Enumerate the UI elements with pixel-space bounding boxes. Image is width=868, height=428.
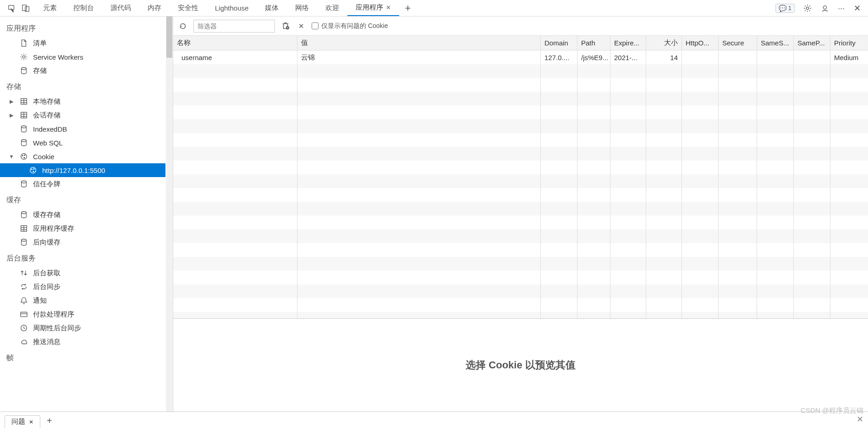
sidebar-item-notifications[interactable]: 通知 — [0, 294, 165, 307]
feedback-icon[interactable] — [820, 4, 830, 13]
clear-filter-icon[interactable] — [280, 21, 291, 31]
sidebar-item-periodic-sync[interactable]: 周期性后台同步 — [0, 321, 165, 335]
database-icon — [19, 179, 28, 189]
sidebar-item-back-forward-cache[interactable]: 后向缓存 — [0, 235, 165, 249]
cell-priority: Medium — [830, 54, 868, 61]
sidebar-item-storage[interactable]: 存储 — [0, 64, 165, 78]
sidebar-item-session-storage[interactable]: ▶会话存储 — [0, 108, 165, 122]
filter-input[interactable] — [193, 20, 275, 33]
sidebar-item-cache-storage[interactable]: 缓存存储 — [0, 208, 165, 222]
col-priority[interactable]: Priority — [830, 36, 868, 50]
col-size[interactable]: 大小 — [646, 36, 682, 50]
sidebar-item-manifest[interactable]: 清单 — [0, 36, 165, 50]
svg-point-4 — [823, 6, 826, 9]
tab-application[interactable]: 应用程序✕ — [347, 0, 399, 16]
sidebar-item-websql[interactable]: Web SQL — [0, 136, 165, 150]
topbar-right: 💬1 ⋯ ✕ — [775, 3, 865, 13]
scrollbar-thumb[interactable] — [166, 17, 172, 58]
tab-sources[interactable]: 源代码 — [102, 0, 139, 16]
table-row[interactable]: username 云锦 127.0.... /js%E9... 2021-...… — [173, 50, 868, 64]
drawer-bar: 问题✕ + — [0, 411, 868, 428]
svg-point-13 — [24, 155, 25, 156]
expand-icon[interactable]: ▶ — [8, 112, 15, 118]
gear-icon — [19, 52, 28, 61]
sidebar-scrollbar[interactable] — [166, 17, 173, 411]
svg-point-6 — [22, 67, 27, 70]
message-icon: 💬 — [779, 5, 786, 12]
col-value[interactable]: 值 — [297, 36, 541, 50]
svg-point-14 — [24, 157, 25, 158]
svg-point-18 — [33, 171, 34, 172]
col-httponly[interactable]: HttpO... — [682, 36, 719, 50]
col-path[interactable]: Path — [577, 36, 610, 50]
device-toggle-icon[interactable] — [21, 4, 30, 13]
add-tab-button[interactable]: + — [399, 2, 416, 14]
refresh-icon[interactable] — [178, 21, 188, 31]
workspace: 应用程序 清单 Service Workers 存储 存储 ▶本地存储 ▶会话存… — [0, 17, 868, 411]
svg-point-3 — [806, 7, 808, 9]
close-icon[interactable]: ✕ — [29, 419, 33, 425]
sidebar-item-service-workers[interactable]: Service Workers — [0, 50, 165, 64]
more-icon[interactable]: ⋯ — [838, 4, 846, 12]
section-frames: 帧 — [0, 349, 165, 366]
sync-icon — [19, 282, 28, 291]
svg-point-11 — [21, 154, 27, 160]
sidebar-item-push-messaging[interactable]: 推送消息 — [0, 335, 165, 349]
only-issues-checkbox[interactable]: 仅显示有问题的 Cookie — [312, 22, 388, 30]
inspect-icon[interactable] — [7, 4, 16, 13]
add-drawer-tab[interactable]: + — [42, 414, 57, 428]
updown-icon — [19, 268, 28, 278]
col-domain[interactable]: Domain — [541, 36, 577, 50]
row-stripes — [173, 50, 868, 318]
section-application: 应用程序 — [0, 19, 165, 36]
drawer-tab-issues[interactable]: 问题✕ — [5, 415, 40, 428]
svg-point-5 — [22, 56, 25, 58]
tab-welcome[interactable]: 欢迎 — [317, 0, 347, 16]
section-cache: 缓存 — [0, 191, 165, 208]
col-expires[interactable]: Expire... — [610, 36, 646, 50]
cookie-toolbar: ✕ 仅显示有问题的 Cookie — [173, 17, 868, 36]
cell-value: 云锦 — [297, 53, 541, 62]
clear-icon[interactable]: ✕ — [296, 21, 306, 31]
expand-icon[interactable]: ▶ — [8, 99, 15, 105]
col-secure[interactable]: Secure — [719, 36, 757, 50]
sidebar-item-indexeddb[interactable]: IndexedDB — [0, 122, 165, 136]
sidebar-item-cookie[interactable]: ▼Cookie — [0, 150, 165, 163]
tab-media[interactable]: 媒体 — [257, 0, 287, 16]
col-name[interactable]: 名称 — [173, 36, 297, 50]
col-sameparty[interactable]: SameP... — [794, 36, 830, 50]
close-icon[interactable]: ✕ — [386, 4, 391, 11]
cell-path: /js%E9... — [577, 54, 610, 61]
tab-network[interactable]: 网络 — [287, 0, 317, 16]
sidebar-item-trust-tokens[interactable]: 信任令牌 — [0, 177, 165, 191]
cell-domain: 127.0.... — [541, 54, 577, 61]
file-icon — [19, 39, 28, 48]
sidebar-item-background-sync[interactable]: 后台同步 — [0, 280, 165, 294]
svg-rect-23 — [21, 312, 27, 317]
database-icon — [19, 210, 28, 219]
cookie-preview: 选择 Cookie 以预览其值 — [173, 319, 868, 411]
tab-console[interactable]: 控制台 — [65, 0, 102, 16]
col-samesite[interactable]: SameS... — [757, 36, 794, 50]
collapse-icon[interactable]: ▼ — [8, 154, 15, 159]
svg-point-9 — [22, 126, 27, 128]
tab-security[interactable]: 安全性 — [170, 0, 207, 16]
svg-point-22 — [22, 239, 27, 241]
tab-memory[interactable]: 内存 — [139, 0, 170, 16]
sidebar-item-background-fetch[interactable]: 后台获取 — [0, 266, 165, 280]
tab-lighthouse[interactable]: Lighthouse — [207, 0, 257, 16]
grid-icon — [19, 111, 28, 120]
tab-elements[interactable]: 元素 — [35, 0, 65, 16]
sidebar-item-app-cache[interactable]: 应用程序缓存 — [0, 222, 165, 235]
table-body[interactable]: username 云锦 127.0.... /js%E9... 2021-...… — [173, 50, 868, 318]
watermark-close-icon: ✕ — [857, 414, 863, 424]
sidebar-item-payment-handler[interactable]: 付款处理程序 — [0, 307, 165, 321]
database-icon — [19, 138, 28, 147]
issues-badge[interactable]: 💬1 — [775, 4, 795, 13]
svg-point-16 — [31, 169, 32, 170]
gear-icon[interactable] — [803, 4, 812, 13]
svg-point-12 — [22, 155, 23, 156]
sidebar-item-local-storage[interactable]: ▶本地存储 — [0, 94, 165, 108]
sidebar-item-cookie-origin[interactable]: http://127.0.0.1:5500 — [0, 163, 165, 177]
close-devtools-icon[interactable]: ✕ — [854, 3, 861, 13]
